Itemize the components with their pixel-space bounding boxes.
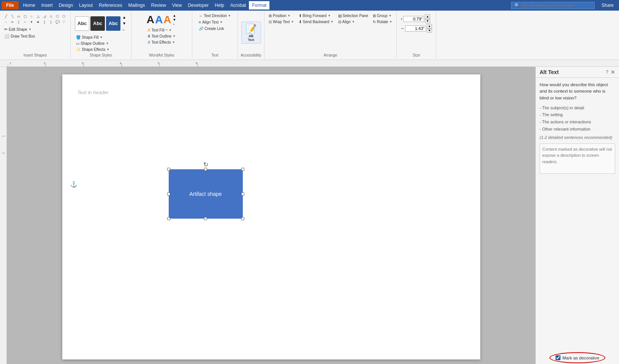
shape-sun[interactable]: ✦: [29, 19, 34, 25]
shape-container[interactable]: ↻ Artifact shape: [169, 169, 243, 219]
menu-references[interactable]: References: [96, 1, 125, 9]
alt-text-button[interactable]: 📝 Alt Text: [241, 22, 261, 44]
menu-home[interactable]: Home: [20, 1, 38, 9]
shape-style-3[interactable]: Abc: [106, 16, 120, 31]
shape-roundrect[interactable]: ▢: [22, 14, 28, 19]
create-link-button[interactable]: 🔗 Create Link: [197, 26, 226, 32]
shape-arrow1[interactable]: →: [3, 19, 8, 25]
shape-fill-button[interactable]: 🪣 Shape Fill ▼: [74, 35, 128, 40]
height-down[interactable]: ▼: [425, 19, 430, 24]
handle-middle-right[interactable]: [241, 192, 244, 195]
width-down[interactable]: ▼: [427, 28, 432, 33]
wordart-blue[interactable]: A: [155, 14, 163, 26]
shape-fill-dropdown[interactable]: ▼: [100, 36, 103, 39]
shape-effects-dropdown[interactable]: ▼: [106, 48, 109, 51]
share-button[interactable]: Share: [598, 1, 617, 9]
menu-insert[interactable]: Insert: [38, 1, 56, 9]
height-input[interactable]: 0.79": [403, 16, 424, 22]
handle-top-middle[interactable]: [204, 168, 207, 171]
menu-acrobat[interactable]: Acrobat: [227, 1, 249, 9]
bring-forward-button[interactable]: ⬆ Bring Forward ▼: [297, 13, 336, 19]
width-input[interactable]: 1.43": [405, 25, 426, 32]
text-direction-dropdown[interactable]: ▼: [228, 14, 231, 17]
search-input[interactable]: [521, 3, 582, 8]
height-up[interactable]: ▲: [425, 14, 430, 19]
shape-style-1[interactable]: Abc: [75, 16, 89, 31]
shape-heart[interactable]: ♡: [61, 19, 66, 25]
shape-freeform[interactable]: ∼: [22, 19, 28, 25]
rotate-dropdown[interactable]: ▼: [389, 20, 392, 24]
handle-middle-left[interactable]: [167, 192, 170, 195]
shape-style-scroll-up[interactable]: ▲: [122, 14, 127, 20]
shape-line2[interactable]: ╲: [9, 14, 15, 19]
shape-star[interactable]: ★: [35, 19, 41, 25]
panel-close-button[interactable]: ✕: [611, 69, 615, 75]
handle-bottom-middle[interactable]: [204, 217, 207, 220]
wordart-scroll-up[interactable]: ▲: [173, 14, 176, 17]
text-fill-dropdown[interactable]: ▼: [169, 28, 172, 32]
mark-decorative-checkbox[interactable]: [556, 355, 560, 360]
rotate-button[interactable]: ↻ Rotate ▼: [371, 19, 394, 25]
width-spinner[interactable]: ▲ ▼: [427, 24, 432, 33]
menu-developer[interactable]: Developer: [185, 1, 212, 9]
position-dropdown[interactable]: ▼: [288, 14, 291, 17]
wordart-expand[interactable]: ⬦: [173, 22, 176, 26]
send-backward-button[interactable]: ⬇ Send Backward ▼: [297, 19, 336, 25]
mark-decorative-label[interactable]: Mark as decorative: [562, 356, 599, 360]
handle-bottom-left[interactable]: [167, 217, 170, 220]
wrap-text-dropdown[interactable]: ▼: [291, 20, 294, 24]
shape-bracket1[interactable]: {: [42, 19, 47, 25]
shape-outline-button[interactable]: ▭ Shape Outline ▼: [74, 41, 128, 46]
width-up[interactable]: ▲: [427, 24, 432, 28]
wrap-text-button[interactable]: ⊡ Wrap Text ▼: [267, 19, 296, 25]
align-button[interactable]: ⊟ Align ▼: [336, 19, 370, 25]
menu-review[interactable]: Review: [148, 1, 169, 9]
position-button[interactable]: ⊞ Position ▼: [267, 13, 296, 19]
panel-help-icon[interactable]: ?: [606, 69, 608, 75]
shape-curve[interactable]: ∫: [16, 19, 21, 25]
wordart-orange[interactable]: A: [163, 14, 171, 26]
selection-pane-button[interactable]: ▤ Selection Pane: [336, 13, 370, 19]
wordart-black[interactable]: A: [147, 14, 154, 26]
bring-forward-dropdown[interactable]: ▼: [328, 14, 331, 17]
menu-help[interactable]: Help: [212, 1, 227, 9]
menu-mailings[interactable]: Mailings: [125, 1, 148, 9]
handle-top-left[interactable]: [167, 168, 170, 171]
height-spinner[interactable]: ▲ ▼: [425, 14, 430, 23]
document-area[interactable]: Text in header ⚓ ↻ Artifact shape: [7, 67, 535, 364]
shape-arrow2[interactable]: ⇒: [9, 19, 15, 25]
text-outline-button[interactable]: A Text Outline ▼: [146, 33, 177, 39]
align-text-dropdown[interactable]: ▼: [220, 20, 223, 24]
shape-outline-dropdown[interactable]: ▼: [106, 42, 109, 45]
send-backward-dropdown[interactable]: ▼: [331, 20, 334, 24]
menu-design[interactable]: Design: [56, 1, 76, 9]
alt-text-input[interactable]: [540, 143, 615, 174]
shape-diamond[interactable]: ◇: [48, 14, 54, 19]
align-text-button[interactable]: ≡ Align Text ▼: [197, 19, 225, 25]
text-fill-button[interactable]: A Text Fill ~ ▼: [146, 27, 177, 33]
text-effects-dropdown[interactable]: ▼: [172, 41, 175, 44]
handle-top-right[interactable]: [241, 168, 244, 171]
search-box[interactable]: 🔍: [511, 2, 595, 9]
group-button[interactable]: ⊞ Group ▼: [371, 13, 394, 19]
text-effects-button[interactable]: A Text Effects ▼: [146, 39, 177, 45]
menu-format[interactable]: Format: [249, 1, 269, 9]
shape-hex[interactable]: ⬡: [61, 14, 66, 19]
wordart-scroll-down[interactable]: ▼: [173, 18, 176, 22]
rotate-handle[interactable]: ↻: [203, 161, 208, 168]
shape-style-scroll-down[interactable]: ▼: [122, 20, 127, 26]
shape-line[interactable]: ╱: [3, 14, 8, 19]
edit-shape-button[interactable]: ✏ Edit Shape ▼: [2, 26, 68, 33]
draw-text-box-button[interactable]: ⬜ Draw Text Box: [2, 33, 68, 39]
align-dropdown[interactable]: ▼: [352, 20, 355, 24]
shape-rtriangle[interactable]: ◿: [42, 14, 47, 19]
group-dropdown[interactable]: ▼: [389, 14, 392, 17]
text-outline-dropdown[interactable]: ▼: [173, 35, 176, 38]
shape-effects-button[interactable]: ✨ Shape Effects ▼: [74, 47, 128, 52]
menu-view[interactable]: View: [169, 1, 185, 9]
shape-pentagon[interactable]: ⬠: [55, 14, 60, 19]
text-direction-button[interactable]: ↔ Text Direction ▼: [197, 13, 233, 19]
shape-callout[interactable]: 💬: [55, 19, 60, 25]
shape-style-expand[interactable]: ⬦: [122, 27, 127, 32]
shape-style-2[interactable]: Abc: [90, 16, 105, 31]
